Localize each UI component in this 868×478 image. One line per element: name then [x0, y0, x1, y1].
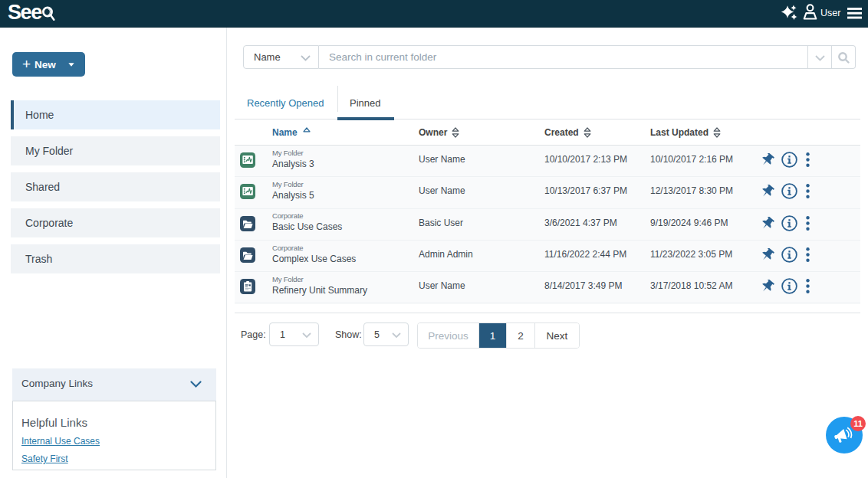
svg-text:See: See — [8, 2, 42, 24]
